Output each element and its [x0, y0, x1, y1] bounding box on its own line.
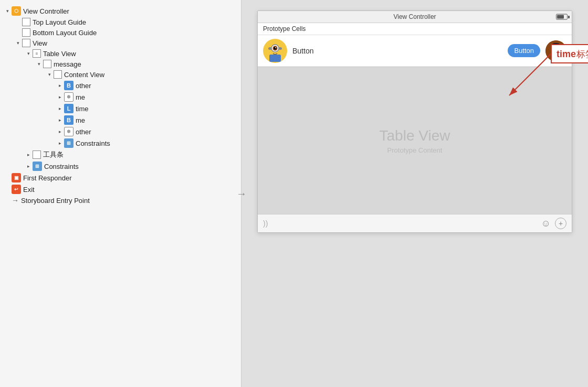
tree-item-message[interactable]: message — [0, 59, 241, 69]
rect-icon — [54, 70, 62, 79]
table-icon: ≡ — [33, 49, 41, 58]
annotation-normal-text: 标签 — [576, 49, 588, 59]
b-icon: B — [64, 81, 74, 90]
arrow-icon — [57, 117, 63, 123]
device-title-bar: View Controller — [258, 11, 572, 23]
svg-point-11 — [553, 47, 555, 49]
device-title: View Controller — [393, 13, 436, 20]
entry-arrow-icon: → — [12, 196, 19, 205]
arrow-icon — [57, 105, 63, 112]
arrow-icon — [25, 163, 32, 169]
tree-label: message — [54, 60, 81, 68]
tree-label: Bottom Layout Guide — [33, 29, 97, 37]
canvas-panel: → View Controller Prototype Cells — [242, 0, 588, 387]
battery-indicator — [556, 14, 568, 20]
svg-point-12 — [557, 47, 559, 49]
arrow-icon — [25, 50, 32, 57]
comment-icon[interactable]: )) — [263, 219, 268, 228]
tree-item-top-layout-guide[interactable]: Top Layout Guide — [0, 17, 241, 27]
prototype-cells-label: Prototype Cells — [263, 25, 306, 33]
battery-fill — [557, 15, 564, 19]
l-icon: L — [64, 104, 74, 113]
table-view-label: Table View — [380, 127, 450, 144]
view-controller-icon: ⬡ — [12, 6, 21, 16]
face-icon[interactable]: ☺ — [541, 218, 551, 229]
arrow-icon — [46, 71, 52, 78]
tree-label: other — [76, 82, 91, 90]
avatar-svg — [545, 40, 566, 61]
bubble-text: Button — [514, 47, 534, 55]
tree-label: First Responder — [23, 174, 71, 182]
blue-button-bubble[interactable]: Button — [508, 44, 540, 57]
tree-item-toolbar[interactable]: 工具条 — [0, 149, 241, 160]
arrow-icon — [36, 61, 42, 67]
arrow-icon — [25, 152, 32, 158]
tree-label: Constraints — [44, 163, 79, 170]
rect-icon — [22, 18, 30, 26]
tree-item-first-responder[interactable]: ▣ First Responder — [0, 172, 241, 184]
tree-label: Constraints — [76, 139, 110, 147]
tree-label: me — [76, 93, 85, 101]
image-icon: ❄ — [64, 127, 74, 136]
svg-point-5 — [274, 47, 277, 49]
avatar-portrait — [545, 40, 566, 61]
prototype-cells-header: Prototype Cells — [258, 23, 572, 35]
first-responder-icon: ▣ — [12, 173, 21, 182]
table-view-placeholder: Table View Prototype Content — [258, 67, 572, 214]
arrow-icon — [57, 140, 63, 146]
tree-label: 工具条 — [43, 150, 64, 159]
tree-item-time-label[interactable]: L time — [0, 103, 241, 114]
arrow-icon — [15, 40, 21, 46]
tree-label: Exit — [23, 186, 35, 194]
tree-item-table-view[interactable]: ≡ Table View — [0, 48, 241, 59]
tree-label: Table View — [43, 50, 76, 58]
bottom-toolbar: )) ☺ + — [258, 214, 572, 232]
constraints-icon: ⊞ — [64, 138, 74, 148]
prototype-content-label: Prototype Content — [387, 146, 443, 154]
tree-item-exit[interactable]: ↩ Exit — [0, 184, 241, 195]
tree-item-constraints-outer[interactable]: ⊞ Constraints — [0, 160, 241, 172]
tree-item-other-image[interactable]: ❄ other — [0, 126, 241, 137]
image-icon: ❄ — [64, 92, 74, 102]
plus-icon[interactable]: + — [555, 218, 566, 229]
tree-item-other-button[interactable]: B other — [0, 80, 241, 91]
canvas-area: View Controller Prototype Cells — [252, 10, 578, 377]
tree-label: time — [76, 105, 89, 113]
tree-item-bottom-layout-guide[interactable]: Bottom Layout Guide — [0, 27, 241, 38]
tree-label: Storyboard Entry Point — [21, 197, 90, 205]
device-frame: View Controller Prototype Cells — [257, 10, 572, 233]
tree-item-me-image[interactable]: ❄ me — [0, 91, 241, 103]
exit-icon: ↩ — [12, 185, 21, 194]
tree-label: Content View — [64, 71, 104, 79]
constraints-icon: ⊞ — [33, 162, 42, 171]
cell-row: Button Button — [258, 35, 572, 67]
cell-icon — [43, 60, 51, 68]
tree-item-content-view[interactable]: Content View — [0, 69, 241, 80]
tree-item-view-controller[interactable]: ⬡ View Controller — [0, 5, 241, 17]
tree-label: Top Layout Guide — [33, 18, 86, 26]
svg-point-6 — [275, 47, 276, 48]
minion-avatar — [263, 39, 287, 63]
arrow-icon — [57, 82, 63, 89]
tree-item-me-button[interactable]: B me — [0, 114, 241, 126]
rect-icon — [22, 39, 30, 47]
rect-icon — [33, 150, 41, 159]
arrow-icon — [57, 94, 63, 100]
tree-item-storyboard-entry[interactable]: → Storyboard Entry Point — [0, 195, 241, 206]
tree-item-constraints-inner[interactable]: ⊞ Constraints — [0, 137, 241, 149]
arrow-icon — [57, 128, 63, 135]
minion-svg — [264, 40, 286, 62]
tree-label: View — [33, 39, 47, 47]
cell-button-label: Button — [292, 47, 502, 55]
svg-rect-1 — [269, 55, 281, 62]
b-icon: B — [64, 115, 74, 125]
rect-icon — [22, 28, 30, 37]
arrow-icon — [4, 8, 10, 14]
tree-label: View Controller — [23, 7, 69, 15]
document-outline: ⬡ View Controller Top Layout Guide Botto… — [0, 0, 242, 387]
tree-label: other — [76, 128, 91, 136]
tree-item-view[interactable]: View — [0, 38, 241, 48]
tree-label: me — [76, 116, 85, 124]
